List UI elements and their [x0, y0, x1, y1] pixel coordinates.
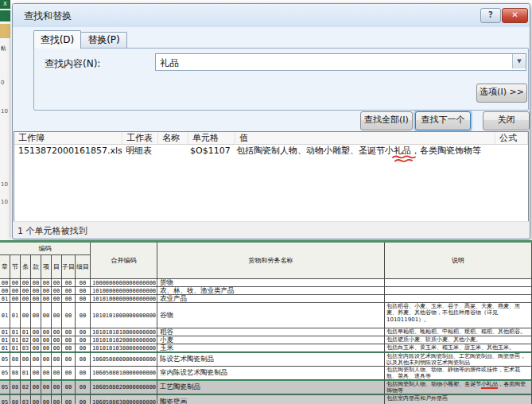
code-cell[interactable]: 00	[21, 295, 31, 303]
column-header-worksheet[interactable]: 工作表	[122, 132, 158, 144]
code-cell[interactable]: 00	[41, 380, 52, 394]
code-cell[interactable]: 00	[41, 336, 52, 344]
code-col-header[interactable]: 子目	[62, 255, 76, 279]
code-col-header[interactable]: 款	[31, 255, 41, 279]
code-col-header[interactable]: 细目	[76, 255, 91, 279]
code-cell[interactable]: 01	[0, 336, 10, 344]
find-what-combobox[interactable]: 礼品 ▼	[155, 53, 526, 71]
code-cell[interactable]: 00	[41, 344, 52, 352]
code-cell[interactable]: 00	[0, 279, 10, 287]
goods-name-header[interactable]: 货物和劳务名称	[157, 243, 385, 279]
goods-name-cell[interactable]: 农、林、牧、渔业类产品	[157, 287, 385, 295]
merged-code-header[interactable]: 合并编码	[91, 243, 157, 279]
code-cell[interactable]: 00	[10, 295, 21, 303]
code-cell[interactable]: 00	[41, 295, 52, 303]
code-cell[interactable]: 00	[52, 303, 62, 328]
code-cell[interactable]: 05	[0, 380, 10, 394]
description-cell[interactable]	[385, 295, 532, 303]
merged-code-cell[interactable]: 1060508000000000000	[91, 352, 157, 367]
code-cell[interactable]: 01	[21, 328, 31, 336]
find-next-button[interactable]: 查找下一个(F)	[415, 111, 471, 130]
code-cell[interactable]: 00	[62, 367, 76, 380]
code-cell[interactable]: 05	[0, 352, 10, 367]
goods-name-cell[interactable]: 谷物	[157, 303, 385, 328]
code-cell[interactable]: 00	[31, 344, 41, 352]
description-cell[interactable]: 包括稻谷、小麦、玉米、谷子、高粱、大麦、燕麦、黑麦、荞麦、其他谷物，不包括种用谷…	[385, 303, 532, 328]
code-cell[interactable]: 00	[76, 295, 91, 303]
code-cell[interactable]: 00	[62, 344, 76, 352]
code-cell[interactable]: 08	[10, 380, 21, 394]
code-cell[interactable]: 01	[0, 328, 10, 336]
code-cell[interactable]: 00	[76, 352, 91, 367]
code-cell[interactable]: 00	[41, 303, 52, 328]
code-group-header[interactable]: 编码	[0, 243, 91, 255]
code-cell[interactable]: 00	[52, 279, 62, 287]
result-row[interactable]: 1513872000161857.xls 明细表 $O$1107 包括陶瓷制人物…	[14, 145, 528, 157]
code-cell[interactable]: 08	[10, 394, 21, 404]
code-cell[interactable]: 00	[76, 344, 91, 352]
code-cell[interactable]: 00	[52, 336, 62, 344]
dropdown-arrow-icon[interactable]: ▼	[512, 54, 526, 68]
code-cell[interactable]: 00	[10, 287, 21, 295]
description-cell[interactable]	[385, 279, 532, 287]
code-cell[interactable]: 05	[0, 394, 10, 404]
code-cell[interactable]: 00	[21, 287, 31, 295]
goods-name-cell[interactable]: 陶瓷壁画	[157, 394, 385, 404]
code-col-header[interactable]: 节	[10, 255, 21, 279]
code-cell[interactable]: 00	[62, 336, 76, 344]
code-cell[interactable]: 00	[76, 287, 91, 295]
goods-name-cell[interactable]: 工艺陶瓷制品	[157, 380, 385, 394]
code-col-header[interactable]: 目	[52, 255, 62, 279]
code-cell[interactable]: 00	[52, 380, 62, 394]
merged-code-cell[interactable]: 1010101020000000000	[91, 336, 157, 344]
merged-code-cell[interactable]: 1060508010000000000	[91, 367, 157, 380]
goods-name-cell[interactable]: 货物	[157, 279, 385, 287]
description-cell[interactable]	[385, 287, 532, 295]
merged-code-cell[interactable]: 1010101030000000000	[91, 344, 157, 352]
column-header-workbook[interactable]: 工作簿	[14, 132, 122, 144]
merged-code-cell[interactable]: 1060508030000000000	[91, 394, 157, 404]
description-cell[interactable]: 包括陶瓷制人物、动物、静物等的摆件或挂件，艺术花瓶、茶具、道具等	[385, 367, 532, 380]
goods-name-cell[interactable]: 陈设艺术陶瓷制品	[157, 352, 385, 367]
code-cell[interactable]: 00	[62, 328, 76, 336]
code-cell[interactable]: 00	[52, 367, 62, 380]
code-col-header[interactable]: 条	[21, 255, 31, 279]
code-cell[interactable]: 00	[31, 394, 41, 404]
options-button[interactable]: 选项(I) >>	[476, 84, 527, 103]
description-header[interactable]: 说明	[385, 243, 532, 279]
code-cell[interactable]: 08	[10, 367, 21, 380]
code-cell[interactable]: 00	[41, 367, 52, 380]
help-button[interactable]: ?	[480, 8, 501, 23]
goods-name-cell[interactable]: 玉米	[157, 344, 385, 352]
code-cell[interactable]: 00	[76, 380, 91, 394]
code-cell[interactable]: 00	[76, 394, 91, 404]
merged-code-cell[interactable]: 1000000000000000000	[91, 279, 157, 287]
code-cell[interactable]: 00	[31, 336, 41, 344]
code-cell[interactable]: 00	[52, 328, 62, 336]
code-cell[interactable]: 00	[62, 287, 76, 295]
code-cell[interactable]: 00	[10, 279, 21, 287]
code-cell[interactable]: 02	[21, 380, 31, 394]
close-window-button[interactable]: ✕	[502, 8, 528, 23]
code-cell[interactable]: 00	[52, 287, 62, 295]
code-cell[interactable]: 01	[0, 295, 10, 303]
code-cell[interactable]: 00	[76, 367, 91, 380]
code-cell[interactable]: 02	[21, 336, 31, 344]
column-header-cell[interactable]: 单元格	[188, 132, 235, 144]
merged-code-cell[interactable]: 1010101010000000000	[91, 328, 157, 336]
code-cell[interactable]: 00	[76, 328, 91, 336]
goods-name-cell[interactable]: 农业产品	[157, 295, 385, 303]
code-cell[interactable]: 00	[52, 295, 62, 303]
code-cell[interactable]: 00	[52, 394, 62, 404]
code-cell[interactable]: 00	[31, 303, 41, 328]
description-cell[interactable]: 包括早籼稻、晚籼稻、中籼稻、粳稻、糯稻、其他稻谷。	[385, 328, 532, 336]
code-cell[interactable]: 01	[10, 303, 21, 328]
description-cell[interactable]: 包括陶瓷制人物、动物小雕塑、圣诞节小礼品，各类陶瓷饰物等	[385, 380, 532, 394]
code-cell[interactable]: 01	[0, 344, 10, 352]
column-header-formula[interactable]: 公式	[495, 132, 528, 144]
code-col-header[interactable]: 项	[41, 255, 52, 279]
code-cell[interactable]: 00	[41, 279, 52, 287]
code-cell[interactable]: 00	[31, 328, 41, 336]
code-cell[interactable]: 01	[10, 328, 21, 336]
goods-name-cell[interactable]: 稻谷	[157, 328, 385, 336]
